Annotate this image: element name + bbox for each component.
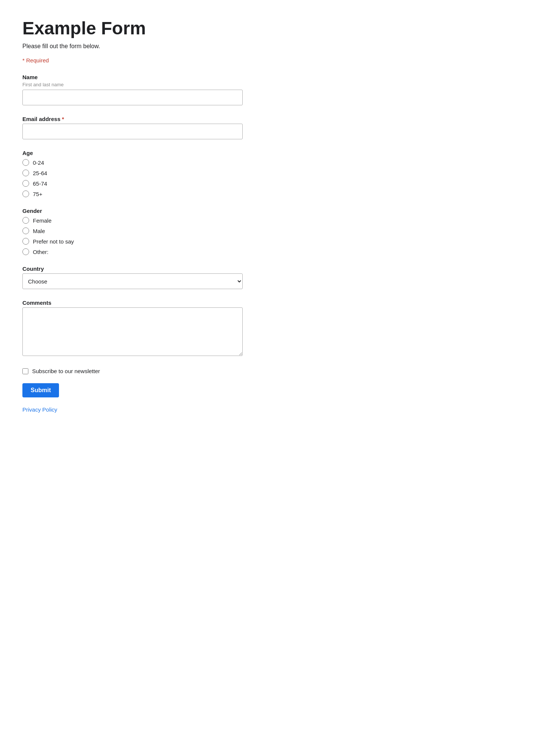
gender-option-prefer-not-to-say[interactable]: Prefer not to say xyxy=(22,238,314,245)
age-radio-25-64[interactable] xyxy=(22,170,29,176)
email-field-section: Email address * xyxy=(22,116,314,139)
gender-option-female[interactable]: Female xyxy=(22,217,314,224)
required-note: * Required xyxy=(22,57,314,63)
comments-label: Comments xyxy=(22,300,314,306)
age-field-section: Age 0-24 25-64 65-74 75+ xyxy=(22,150,314,197)
age-option-65-74[interactable]: 65-74 xyxy=(22,180,314,187)
gender-radio-female[interactable] xyxy=(22,217,29,224)
submit-section: Submit xyxy=(22,383,314,406)
country-label: Country xyxy=(22,266,314,272)
page-subtitle: Please fill out the form below. xyxy=(22,43,314,50)
country-select[interactable]: Choose United States United Kingdom Cana… xyxy=(22,273,243,289)
age-radio-0-24[interactable] xyxy=(22,159,29,166)
submit-button[interactable]: Submit xyxy=(22,383,59,397)
age-option-25-64[interactable]: 25-64 xyxy=(22,170,314,176)
newsletter-checkbox-label[interactable]: Subscribe to our newsletter xyxy=(22,368,314,374)
gender-radio-prefer-not-to-say[interactable] xyxy=(22,238,29,245)
gender-option-male[interactable]: Male xyxy=(22,227,314,234)
privacy-policy-link[interactable]: Privacy Policy xyxy=(22,406,57,413)
age-label: Age xyxy=(22,150,314,156)
comments-textarea[interactable] xyxy=(22,307,243,356)
gender-option-other[interactable]: Other: xyxy=(22,248,314,255)
age-radio-75-plus[interactable] xyxy=(22,190,29,197)
age-radio-65-74[interactable] xyxy=(22,180,29,187)
comments-field-section: Comments xyxy=(22,300,314,357)
name-field-section: Name First and last name xyxy=(22,74,314,105)
country-field-section: Country Choose United States United King… xyxy=(22,266,314,289)
age-option-0-24[interactable]: 0-24 xyxy=(22,159,314,166)
name-label: Name xyxy=(22,74,314,80)
name-input[interactable] xyxy=(22,90,243,105)
page-title: Example Form xyxy=(22,18,314,38)
email-label: Email address * xyxy=(22,116,314,122)
gender-radio-male[interactable] xyxy=(22,227,29,234)
email-input[interactable] xyxy=(22,124,243,139)
email-required-star: * xyxy=(62,116,64,122)
newsletter-label-text: Subscribe to our newsletter xyxy=(32,368,100,374)
gender-field-section: Gender Female Male Prefer not to say Oth… xyxy=(22,208,314,255)
newsletter-checkbox[interactable] xyxy=(22,368,28,374)
age-option-75-plus[interactable]: 75+ xyxy=(22,190,314,197)
gender-label: Gender xyxy=(22,208,314,214)
gender-radio-group: Female Male Prefer not to say Other: xyxy=(22,217,314,255)
gender-radio-other[interactable] xyxy=(22,248,29,255)
age-radio-group: 0-24 25-64 65-74 75+ xyxy=(22,159,314,197)
name-hint: First and last name xyxy=(22,82,314,87)
